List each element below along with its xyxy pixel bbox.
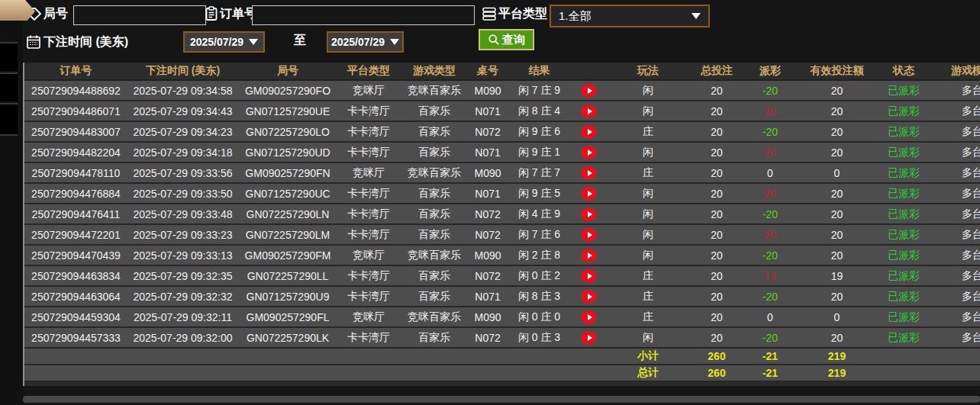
table-row: 250729094476411 2025-07-29 09:33:48 GN07…: [24, 204, 980, 225]
order-no-cell: 250729094478110: [24, 167, 127, 179]
bet-time-cell: 2025-07-29 09:34:43: [127, 105, 238, 117]
total-bet-cell: 20: [690, 229, 743, 241]
replay-cell: [572, 146, 606, 159]
game-type-cell: 百家乐: [400, 125, 469, 139]
orders-table: 订单号 下注时间 (美东) 局号 平台类型 游戏类型 桌号 结果 玩法 总投注 …: [23, 63, 980, 386]
table-row: 250729094488692 2025-07-29 09:34:58 GM09…: [24, 81, 980, 101]
bet-on-cell: 闲: [606, 104, 690, 118]
platform-type-select[interactable]: 1.全部: [550, 5, 710, 27]
result-cell: 闲 0 庄 0: [507, 310, 572, 324]
table-no-cell: N072: [469, 332, 507, 344]
replay-cell: [572, 166, 606, 180]
platform-cell: 竞咪厅: [337, 249, 400, 262]
table-no-cell: M090: [469, 85, 507, 97]
game-type-cell: 百家乐: [400, 269, 469, 283]
horizontal-scrollbar[interactable]: [23, 396, 980, 403]
play-replay-icon[interactable]: [581, 166, 597, 180]
total-bet-cell: 20: [690, 311, 743, 323]
valid-bet-cell: 20: [797, 229, 877, 241]
round-no-input[interactable]: [73, 5, 206, 25]
status-cell: 已派彩: [877, 249, 930, 262]
order-no-cell: 250729094463064: [24, 291, 127, 303]
valid-bet-cell: 19: [797, 270, 877, 282]
strip-block: [0, 103, 18, 136]
result-cell: 闲 9 庄 5: [507, 187, 572, 201]
platform-cell: 卡卡湾厅: [337, 269, 400, 283]
round-no-cell: GN072257290LL: [238, 270, 337, 282]
play-replay-icon[interactable]: [581, 84, 597, 98]
total-bet-cell: 20: [690, 291, 743, 303]
status-cell: 已派彩: [877, 166, 930, 180]
status-cell: 已派彩: [877, 310, 930, 324]
result-cell: 闲 0 庄 2: [507, 269, 572, 283]
total-bet-cell: 20: [690, 208, 743, 220]
date-to-value: 2025/07/29: [331, 36, 385, 48]
result-cell: 闲 2 庄 8: [507, 249, 572, 262]
bet-on-cell: 闲: [606, 187, 690, 201]
play-replay-icon[interactable]: [581, 290, 597, 304]
result-cell: 闲 9 庄 6: [507, 125, 572, 139]
round-no-cell: GN071257290U9: [238, 291, 337, 303]
order-no-input[interactable]: [252, 5, 475, 25]
grand-total-row: 总计 260 -21 219: [24, 365, 980, 382]
platform-type-selected: 1.全部: [559, 9, 592, 24]
play-replay-icon[interactable]: [581, 125, 597, 139]
table-no-cell: M090: [469, 249, 507, 262]
table-no-cell: M090: [469, 167, 507, 179]
date-from-value: 2025/07/29: [190, 36, 243, 48]
search-button[interactable]: 查询: [479, 29, 534, 50]
result-cell: 闲 7 庄 9: [507, 84, 572, 98]
game-type-cell: 百家乐: [400, 207, 469, 221]
subtotal-total-bet: 260: [690, 350, 743, 362]
play-replay-icon[interactable]: [581, 310, 597, 324]
col-header-bet-on: 玩法: [606, 64, 690, 78]
play-replay-icon[interactable]: [581, 269, 597, 283]
replay-cell: [572, 310, 606, 324]
valid-bet-cell: 20: [797, 146, 877, 159]
status-cell: 已派彩: [877, 207, 930, 221]
table-row: 250729094486071 2025-07-29 09:34:43 GN07…: [24, 101, 980, 122]
replay-cell: [572, 125, 606, 139]
play-replay-icon[interactable]: [581, 249, 597, 262]
chevron-down-icon: [691, 13, 701, 19]
game-type-cell: 百家乐: [400, 290, 469, 304]
subtotal-payout: -21: [743, 350, 797, 362]
bet-time-cell: 2025-07-29 09:32:35: [127, 270, 238, 282]
play-replay-icon[interactable]: [581, 104, 597, 118]
game-mode-cell: 多台: [930, 104, 980, 118]
date-from-picker[interactable]: 2025/07/29: [183, 31, 265, 53]
game-mode-cell: 多台: [930, 84, 980, 98]
platform-cell: 卡卡湾厅: [337, 228, 400, 242]
bet-on-cell: 闲: [606, 249, 690, 262]
play-replay-icon[interactable]: [581, 146, 597, 159]
play-replay-icon[interactable]: [581, 228, 597, 242]
date-to-picker[interactable]: 2025/07/29: [327, 31, 404, 53]
table-row: 250729094463064 2025-07-29 09:32:32 GN07…: [24, 287, 980, 307]
subtotal-label: 小计: [606, 349, 690, 363]
strip-block: [0, 72, 18, 101]
game-type-cell: 百家乐: [400, 187, 469, 201]
col-header-platform: 平台类型: [337, 64, 400, 78]
bet-on-cell: 闲: [606, 228, 690, 242]
play-replay-icon[interactable]: [581, 187, 597, 201]
payout-cell: -20: [743, 249, 797, 262]
payout-cell: -20: [743, 85, 797, 97]
grand-total-total-bet: 260: [690, 367, 743, 379]
game-mode-cell: 多台: [930, 207, 980, 221]
result-cell: 闲 8 庄 3: [507, 290, 572, 304]
col-header-order-no: 订单号: [24, 64, 127, 78]
platform-cell: 卡卡湾厅: [337, 207, 400, 221]
play-replay-icon[interactable]: [581, 331, 597, 345]
table-row: 250729094457333 2025-07-29 09:32:00 GN07…: [24, 328, 980, 349]
bet-time-cell: 2025-07-29 09:34:58: [127, 85, 238, 97]
game-mode-cell: 多台: [930, 290, 980, 304]
round-no-cell: GN072257290LO: [238, 126, 337, 138]
round-no-cell: GM090257290FL: [238, 311, 337, 323]
play-replay-icon[interactable]: [581, 207, 597, 221]
bet-time-cell: 2025-07-29 09:32:32: [127, 291, 238, 303]
order-no-cell: 250729094476884: [24, 188, 127, 200]
bet-on-cell: 闲: [606, 84, 690, 98]
game-mode-cell: 多台: [930, 269, 980, 283]
replay-cell: [572, 207, 606, 221]
subtotal-valid-bet: 219: [797, 350, 877, 362]
